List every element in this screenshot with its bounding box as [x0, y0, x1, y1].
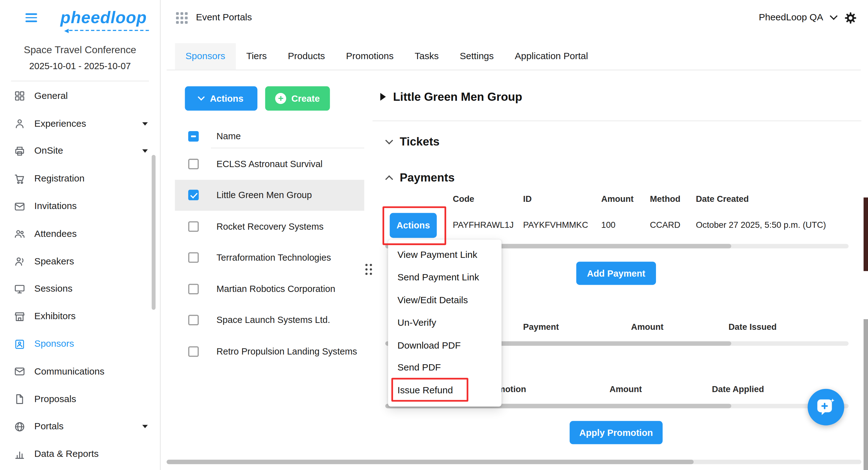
dropdown-menu-item[interactable]: View/Edit Details	[388, 289, 501, 312]
actions-button[interactable]: Actions	[185, 87, 257, 111]
row-checkbox[interactable]	[188, 346, 199, 357]
row-checkbox[interactable]	[188, 159, 199, 169]
dropdown-menu-item[interactable]: Send Payment Link	[388, 267, 501, 289]
sponsor-row[interactable]: Little Green Men Group	[175, 179, 365, 211]
column-header: Date Created	[696, 194, 749, 204]
sidebar-item[interactable]: Speakers	[0, 248, 160, 275]
sponsor-row[interactable]: Martian Robotics Corporation	[175, 273, 365, 304]
dropdown-menu-item[interactable]: Issue Refund	[388, 379, 501, 402]
payment-actions-button[interactable]: Actions	[390, 213, 437, 238]
tab[interactable]: Settings	[450, 43, 504, 70]
sidebar-item[interactable]: Data & Reports	[0, 441, 160, 468]
payment-method: CCARD	[650, 220, 696, 230]
payment-date-created: October 27 2025, 5:50 p.m. (UTC)	[696, 220, 826, 230]
sponsor-row[interactable]: Space Launch Systems Ltd.	[175, 304, 365, 336]
tab[interactable]: Sponsors	[175, 43, 236, 70]
chevron-down-icon	[385, 136, 393, 144]
chevron-down-icon[interactable]	[830, 12, 838, 20]
select-all-checkbox[interactable]	[188, 131, 199, 142]
row-checkbox[interactable]	[188, 253, 199, 263]
sidebar-item[interactable]: Sponsors	[0, 330, 160, 358]
payments-table-header: Code ID Amount Method Date Created	[453, 194, 749, 204]
payments-section-header[interactable]: Payments	[386, 169, 455, 187]
store-icon	[14, 311, 25, 322]
people-icon	[14, 228, 25, 240]
sponsor-row[interactable]: Terraformation Technologies	[175, 242, 365, 273]
tab-label: Application Portal	[515, 51, 588, 62]
row-checkbox[interactable]	[188, 283, 199, 294]
pheedloop-logo[interactable]: pheedloop	[60, 9, 147, 26]
refunds-table-header: Payment Amount Date Issued	[523, 322, 777, 332]
account-menu: PheedLoop QA	[759, 11, 857, 24]
dropdown-menu-item[interactable]: Download PDF	[388, 334, 501, 357]
sidebar-item[interactable]: Portals	[0, 413, 160, 441]
tab[interactable]: Promotions	[335, 43, 404, 70]
sidebar-item[interactable]: Invitations	[0, 193, 160, 220]
sidebar-item[interactable]: Experiences	[0, 110, 160, 137]
chat-widget-button[interactable]	[808, 389, 844, 426]
sidebar-item-label: Attendees	[34, 228, 77, 239]
payment-actions-dropdown: View Payment Link Send Payment Link View…	[388, 239, 501, 406]
add-payment-button[interactable]: Add Payment	[576, 262, 656, 285]
payment-table-row: Actions PAYFHRAWL1J PAYKFVHMMKC 100 CCAR…	[390, 212, 861, 238]
dropdown-menu-item[interactable]: Un-Verify	[388, 312, 501, 334]
left-sidebar: pheedloop Space Travel Conference 2025-1…	[0, 0, 161, 470]
sponsor-name: Retro Propulsion Landing Systems	[216, 346, 357, 357]
row-checkbox[interactable]	[188, 315, 199, 326]
expand-triangle-icon[interactable]	[380, 93, 386, 101]
tab[interactable]: Tiers	[236, 43, 277, 70]
page-vertical-scrollbar[interactable]	[864, 0, 868, 470]
create-button[interactable]: + Create	[265, 87, 330, 111]
sidebar-item-label: Data & Reports	[34, 449, 99, 460]
sidebar-item-label: Sponsors	[34, 339, 74, 349]
sidebar-item[interactable]: Attendees	[0, 220, 160, 248]
tab[interactable]: Application Portal	[504, 43, 598, 70]
payment-id: PAYKFVHMMKC	[523, 220, 601, 230]
sponsor-list-panel: Actions + Create Name ECLSS Astronaut Su…	[175, 70, 365, 367]
settings-gear-icon[interactable]	[844, 11, 857, 24]
tab-label: Promotions	[346, 51, 394, 62]
content-horizontal-scrollbar[interactable]	[166, 460, 861, 464]
tab[interactable]: Tasks	[404, 43, 450, 70]
sidebar-item[interactable]: Sessions	[0, 275, 160, 303]
scrollbar-thumb[interactable]	[864, 319, 868, 470]
module-tabs: Sponsors Tiers Products Promotions Tasks	[166, 43, 861, 70]
plus-icon: +	[275, 93, 286, 104]
chevron-down-icon	[142, 122, 148, 126]
detail-title: Little Green Men Group	[393, 90, 522, 103]
mail-icon	[14, 366, 25, 377]
app-window: pheedloop Space Travel Conference 2025-1…	[0, 0, 868, 470]
sidebar-item[interactable]: Communications	[0, 358, 160, 385]
scrollbar-thumb[interactable]	[864, 197, 868, 271]
sponsor-row[interactable]: Rocket Recovery Systems	[175, 211, 365, 242]
apply-promotion-button[interactable]: Apply Promotion	[569, 421, 662, 444]
column-header: ID	[523, 194, 601, 204]
column-header: Date Issued	[728, 322, 777, 332]
hamburger-menu-icon[interactable]	[25, 13, 37, 22]
sidebar-item[interactable]: OnSite	[0, 137, 160, 165]
sidebar-menu: General Experiences OnSite Re	[0, 81, 160, 468]
event-portals-label: Event Portals	[196, 12, 252, 23]
row-checkbox[interactable]	[188, 190, 199, 201]
event-portals-button[interactable]: Event Portals	[176, 12, 252, 24]
sidebar-item-label: Sessions	[34, 283, 73, 295]
sidebar-scrollbar-thumb[interactable]	[152, 155, 155, 310]
sidebar-item[interactable]: Exhibitors	[0, 303, 160, 330]
tickets-section-header[interactable]: Tickets	[386, 133, 440, 150]
event-header: Space Travel Conference 2025-10-01 - 202…	[0, 35, 160, 81]
sidebar-item[interactable]: Proposals	[0, 385, 160, 413]
sponsor-row[interactable]: ECLSS Astronaut Survival	[175, 148, 365, 179]
sidebar-item[interactable]: General	[0, 82, 160, 110]
tab[interactable]: Products	[277, 43, 336, 70]
account-name[interactable]: PheedLoop QA	[759, 12, 823, 23]
column-header: Method	[650, 194, 696, 204]
sidebar-item[interactable]: Registration	[0, 165, 160, 193]
detail-title-row: Little Green Men Group	[380, 90, 522, 103]
promotions-table-header: Promotion Amount Date Applied	[483, 384, 764, 395]
dropdown-menu-item[interactable]: View Payment Link	[388, 244, 501, 267]
sponsor-row[interactable]: Retro Propulsion Landing Systems	[175, 336, 365, 367]
chart-icon	[14, 448, 25, 460]
dropdown-menu-item[interactable]: Send PDF	[388, 357, 501, 379]
panel-resize-handle[interactable]	[365, 264, 372, 275]
row-checkbox[interactable]	[188, 221, 199, 232]
